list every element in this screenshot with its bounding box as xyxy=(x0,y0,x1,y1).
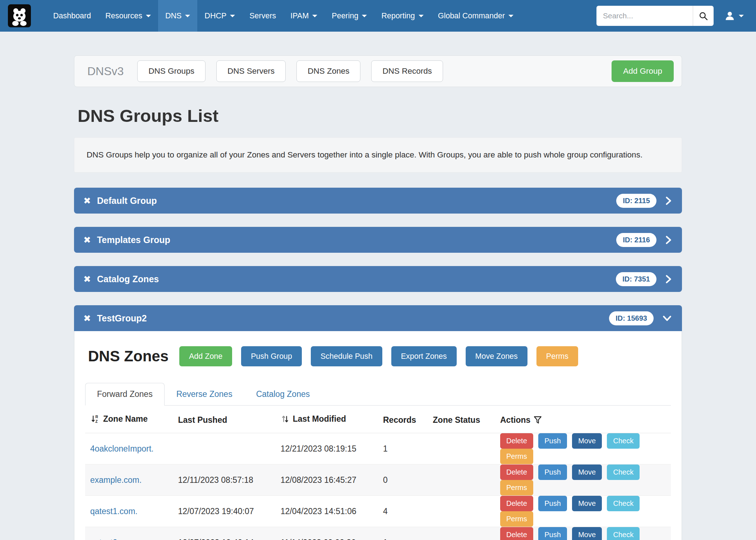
move-button[interactable]: Move xyxy=(572,527,602,540)
header-label: Zone Status xyxy=(433,415,480,425)
group-bar-testgroup2[interactable]: ✖ TestGroup2 ID: 15693 xyxy=(74,305,682,331)
header-zone-name[interactable]: RZ Zone Name xyxy=(85,406,173,433)
search-icon xyxy=(699,11,708,21)
nav-label: Servers xyxy=(249,12,276,20)
group-bar-catalog-zones[interactable]: ✖ Catalog Zones ID: 7351 xyxy=(74,266,682,292)
group-bar-templates-group[interactable]: ✖ Templates Group ID: 2116 xyxy=(74,227,682,253)
zone-name-cell: qatest2.com. xyxy=(85,527,173,540)
remove-icon[interactable]: ✖ xyxy=(83,314,91,323)
dns-zones-button[interactable]: DNS Zones xyxy=(296,60,360,82)
search-input[interactable] xyxy=(596,6,693,26)
chevron-down-icon[interactable] xyxy=(662,314,673,322)
group-name: Catalog Zones xyxy=(97,274,159,284)
filter-icon[interactable] xyxy=(534,416,542,425)
perms-button[interactable]: Perms xyxy=(536,346,578,366)
remove-icon[interactable]: ✖ xyxy=(83,235,91,244)
nav-item-resources[interactable]: Resources xyxy=(98,0,158,32)
chevron-right-icon[interactable] xyxy=(664,195,673,206)
header-last-pushed: Last Pushed xyxy=(173,406,276,433)
dnsv3-label: DNSv3 xyxy=(87,65,124,78)
perms-button[interactable]: Perms xyxy=(500,511,533,527)
actions-cell: Delete Push Move Check Perms xyxy=(495,465,671,496)
user-menu[interactable] xyxy=(724,10,744,21)
push-group-button[interactable]: Push Group xyxy=(241,346,302,366)
move-button[interactable]: Move xyxy=(572,433,602,449)
move-button[interactable]: Move xyxy=(572,496,602,511)
zone-status-cell xyxy=(428,527,495,540)
sort-updown-icon[interactable] xyxy=(281,414,290,424)
move-zones-button[interactable]: Move Zones xyxy=(466,346,527,366)
last-pushed-cell: 12/07/2023 19:40:07 xyxy=(173,496,276,527)
check-button[interactable]: Check xyxy=(607,527,640,540)
sort-alpha-icon[interactable]: RZ xyxy=(90,414,100,424)
search-button[interactable] xyxy=(693,6,714,26)
delete-button[interactable]: Delete xyxy=(500,465,533,480)
move-button[interactable]: Move xyxy=(572,465,602,480)
check-button[interactable]: Check xyxy=(607,465,640,480)
main-nav: Dashboard Resources DNS DHCP Servers IPA… xyxy=(46,0,521,32)
dns-records-button[interactable]: DNS Records xyxy=(371,60,443,82)
delete-button[interactable]: Delete xyxy=(500,433,533,449)
header-zone-status: Zone Status xyxy=(428,406,495,433)
table-row: 4oakcloneImport. 12/21/2023 08:19:15 1 D… xyxy=(85,433,671,465)
zones-table: RZ Zone Name Last Pushed Last Modified xyxy=(85,406,671,540)
schedule-push-button[interactable]: Schedule Push xyxy=(311,346,382,366)
nav-item-reporting[interactable]: Reporting xyxy=(374,0,430,32)
zone-name-cell: example.com. xyxy=(85,465,173,496)
perms-button[interactable]: Perms xyxy=(500,449,533,464)
check-button[interactable]: Check xyxy=(607,496,640,511)
actions-cell: Delete Push Move Check Perms xyxy=(495,496,671,527)
header-label: Actions xyxy=(500,415,530,425)
push-button[interactable]: Push xyxy=(538,527,567,540)
add-group-button[interactable]: Add Group xyxy=(612,60,674,82)
page-title: DNS Groups List xyxy=(74,106,682,126)
nav-item-dhcp[interactable]: DHCP xyxy=(197,0,242,32)
group-bar-default-group[interactable]: ✖ Default Group ID: 2115 xyxy=(74,188,682,214)
push-button[interactable]: Push xyxy=(538,496,567,511)
add-zone-button[interactable]: Add Zone xyxy=(179,346,232,366)
dns-groups-button[interactable]: DNS Groups xyxy=(137,60,206,82)
dns-zones-title: DNS Zones xyxy=(88,348,169,365)
tab-catalog-zones[interactable]: Catalog Zones xyxy=(244,383,322,406)
push-button[interactable]: Push xyxy=(538,465,567,480)
table-row: qatest1.com. 12/07/2023 19:40:07 12/04/2… xyxy=(85,496,671,527)
zone-status-cell xyxy=(428,465,495,496)
last-modified-cell: 12/04/2023 14:51:06 xyxy=(276,496,378,527)
chevron-right-icon[interactable] xyxy=(664,234,673,246)
nav-item-servers[interactable]: Servers xyxy=(242,0,283,32)
export-zones-button[interactable]: Export Zones xyxy=(391,346,457,366)
zone-link[interactable]: example.com. xyxy=(90,475,142,485)
delete-button[interactable]: Delete xyxy=(500,527,533,540)
header-label: Last Modified xyxy=(293,414,346,424)
dns-servers-button[interactable]: DNS Servers xyxy=(216,60,286,82)
table-row: example.com. 12/11/2023 08:57:18 12/08/2… xyxy=(85,465,671,496)
zone-link[interactable]: 4oakcloneImport. xyxy=(90,444,153,453)
zone-link[interactable]: qatest2.com. xyxy=(90,538,138,540)
tab-forward-zones[interactable]: Forward Zones xyxy=(85,383,165,406)
header-label: Last Pushed xyxy=(178,415,227,425)
nav-label: Reporting xyxy=(381,12,415,20)
nav-item-global-commander[interactable]: Global Commander xyxy=(431,0,521,32)
header-last-modified[interactable]: Last Modified xyxy=(276,406,378,433)
records-cell: 1 xyxy=(378,527,428,540)
tab-reverse-zones[interactable]: Reverse Zones xyxy=(165,383,244,406)
nav-label: DHCP xyxy=(204,12,226,20)
navbar-right xyxy=(596,0,756,32)
push-button[interactable]: Push xyxy=(538,433,567,449)
nav-item-dns[interactable]: DNS xyxy=(158,0,197,32)
nav-item-ipam[interactable]: IPAM xyxy=(283,0,324,32)
header-actions: Actions xyxy=(495,406,671,433)
check-button[interactable]: Check xyxy=(607,433,640,449)
remove-icon[interactable]: ✖ xyxy=(83,196,91,205)
panda-logo[interactable] xyxy=(8,4,31,27)
nav-item-peering[interactable]: Peering xyxy=(324,0,374,32)
remove-icon[interactable]: ✖ xyxy=(83,275,91,284)
last-modified-cell: 11/14/2023 09:02:36 xyxy=(276,527,378,540)
zone-link[interactable]: qatest1.com. xyxy=(90,507,138,516)
delete-button[interactable]: Delete xyxy=(500,496,533,511)
caret-down-icon xyxy=(739,15,744,17)
perms-button[interactable]: Perms xyxy=(500,480,533,495)
nav-item-dashboard[interactable]: Dashboard xyxy=(46,0,98,32)
chevron-right-icon[interactable] xyxy=(664,274,673,285)
dns-zones-panel: DNS Zones Add Zone Push Group Schedule P… xyxy=(74,331,682,540)
